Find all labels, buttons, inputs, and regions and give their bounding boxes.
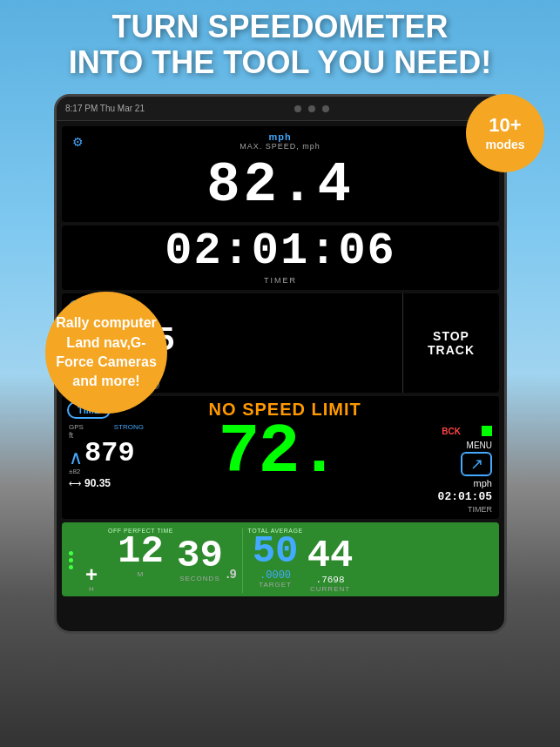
badge-features-text: Rally computer Land nav,G-Force Cameras … [54,313,159,392]
green-plus-sign: + [85,564,98,585]
seconds-value: 39 [177,538,223,575]
timer-section: 02:01:06 TIMER [62,225,499,290]
badge-features: Rally computer Land nav,G-Force Cameras … [45,292,167,414]
hud-right-panel: BCK — MENU ↗ mph 02:01:05 TIMER [411,421,494,515]
current-col: 44 .7698 CURRENT [307,528,354,593]
minutes-value: 12 [118,534,164,570]
max-speed-label: MAX. SPEED, mph [240,142,320,151]
current-speed-value: 72. [218,421,338,484]
headline-line1: TURN SPEEDOMETER [17,9,543,44]
badge-modes: 10+ modes [466,94,544,172]
current-decimal: .7698 [316,575,345,585]
topbar-time: 8:17 PM Thu Mar 21 [65,104,145,113]
green-dot2 [69,558,73,562]
seconds-decimal-col: .9 [226,528,237,593]
altitude-value: 879 [84,440,135,468]
topbar-center [294,105,329,112]
green-h-label: H [89,585,94,593]
target-value: 50 [253,534,299,570]
distance-icon: ⟷ [69,479,81,488]
device-topbar: 8:17 PM Thu Mar 21 ▮▮▮ [57,97,504,121]
hud-distance-row: ⟷ 90.35 [69,477,144,489]
current-avg-value: 44 [307,538,354,575]
minutes-col: OFF PERFECT TIME 12 M [108,528,173,593]
badge-modes-number: 10+ [489,114,521,137]
gps-row: GPS STRONG [69,423,144,431]
green-indicator [482,426,492,436]
max-speed-value: 82.4 [69,154,492,217]
green-dot1 [69,551,73,555]
speed-mode-label: mph [268,131,291,142]
headline-container: TURN SPEEDOMETER INTO THE TOOL YOU NEED! [0,0,560,81]
hud-bck-row: BCK — [413,423,492,439]
green-divider [242,528,243,593]
hud-left-panel: GPS STRONG ft ∧ 879 ±82 ⟷ 90.35 [67,421,145,491]
target-decimal: .0000 [260,570,291,581]
speed-section: ⚙ mph MAX. SPEED, mph ⛶ 82.4 [62,126,499,222]
hud-mph-label: mph [474,478,492,488]
green-plus-col: + H [78,528,105,593]
topbar-dot2 [308,105,315,112]
seconds-label: SECONDS [179,575,220,582]
altitude-icon: ∧ [69,448,83,468]
bck-label: BCK [442,427,461,436]
seconds-col: 39 SECONDS [177,528,223,593]
settings-icon[interactable]: ⚙ [72,135,84,149]
topbar-dot1 [294,105,301,112]
green-dots [69,528,73,593]
gps-status: STRONG [114,423,144,431]
hud-center-panel: 72. [149,421,408,484]
green-bottom-bar: + H OFF PERFECT TIME 12 M 39 SECONDS .9 … [62,522,499,596]
headline-line2: INTO THE TOOL YOU NEED! [17,44,543,80]
timer-value: 02:01:06 [69,229,492,274]
stop-track-button[interactable]: STOP TRACK [403,293,499,393]
green-dot3 [69,565,73,569]
hud-timer-label: TIMER [468,505,492,514]
menu-icon[interactable]: ↗ [461,452,492,476]
current-label: CURRENT [310,585,350,593]
topbar-dot3 [322,105,329,112]
badge-modes-subtext: modes [485,138,524,152]
seconds-decimal: .9 [226,567,237,581]
hud-timer-value: 02:01:05 [438,490,492,503]
gps-label: GPS [69,423,84,431]
hud-menu-row: MENU [413,441,492,450]
target-label: TARGET [259,581,292,589]
speed-top-row: ⚙ mph MAX. SPEED, mph ⛶ [69,130,492,154]
m-label: M [138,570,145,578]
menu-label: MENU [467,441,492,450]
target-col: TOTAL AVERAGE 50 .0000 TARGET [248,528,303,593]
hud-distance-value: 90.35 [84,477,111,489]
hud-content: GPS STRONG ft ∧ 879 ±82 ⟷ 90.35 72. [67,421,494,515]
hud-section: TIME NO SPEED LIMIT GPS STRONG ft ∧ 879 … [62,396,499,519]
altitude-row: ∧ 879 [69,440,144,468]
timer-label: TIMER [69,276,492,285]
